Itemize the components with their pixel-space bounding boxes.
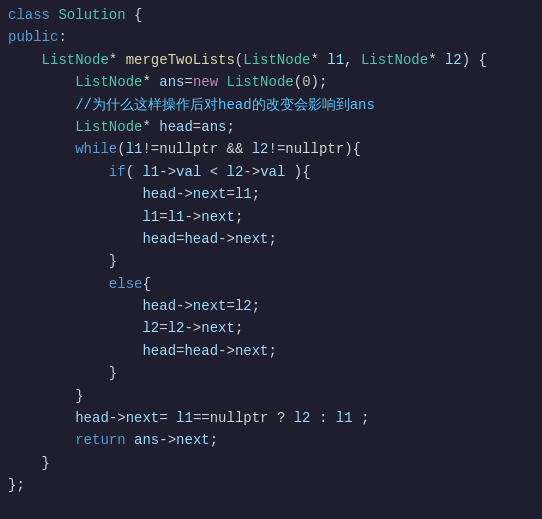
code-line: while(l1!=nullptr && l2!=nullptr){ xyxy=(0,138,542,160)
code-line: l2=l2->next; xyxy=(0,317,542,339)
code-line: head->next=l2; xyxy=(0,295,542,317)
code-line: head=head->next; xyxy=(0,228,542,250)
code-line: l1=l1->next; xyxy=(0,206,542,228)
code-line: } xyxy=(0,385,542,407)
code-editor: class Solution {public: ListNode* mergeT… xyxy=(0,0,542,501)
code-line: ListNode* head=ans; xyxy=(0,116,542,138)
code-line: else{ xyxy=(0,273,542,295)
code-line: if( l1->val < l2->val ){ xyxy=(0,161,542,183)
code-line: public: xyxy=(0,26,542,48)
code-line: } xyxy=(0,452,542,474)
code-line: ListNode* ans=new ListNode(0); xyxy=(0,71,542,93)
code-line: return ans->next; xyxy=(0,429,542,451)
code-line: }; xyxy=(0,474,542,496)
code-line: head->next= l1==nullptr ? l2 : l1 ; xyxy=(0,407,542,429)
code-line: head=head->next; xyxy=(0,340,542,362)
code-line: ListNode* mergeTwoLists(ListNode* l1, Li… xyxy=(0,49,542,71)
code-line: } xyxy=(0,362,542,384)
code-line: } xyxy=(0,250,542,272)
code-line: class Solution { xyxy=(0,4,542,26)
code-line: //为什么这样操作后对head的改变会影响到ans xyxy=(0,94,542,116)
code-line: head->next=l1; xyxy=(0,183,542,205)
